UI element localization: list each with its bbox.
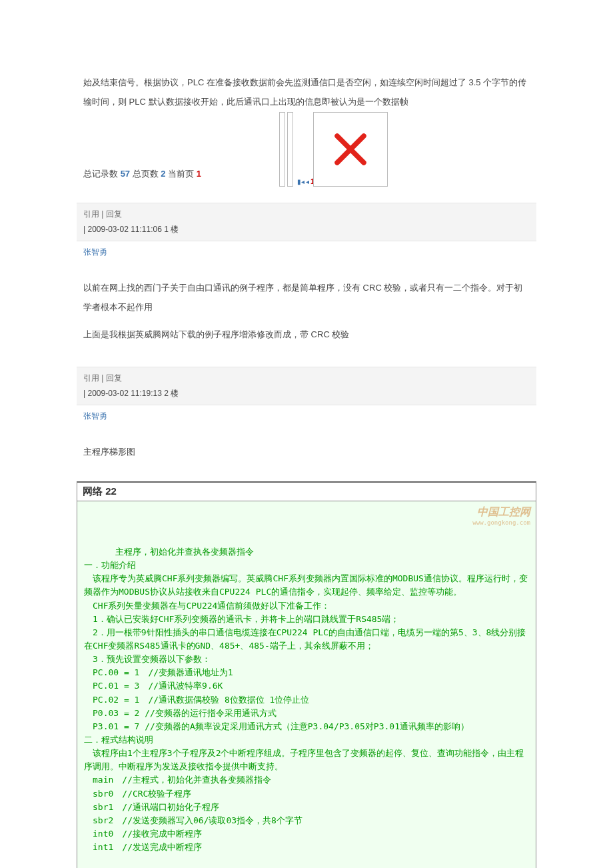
reply2-username[interactable]: 张智勇 [83,411,530,422]
broken-image-icon [330,129,370,169]
label-current: 当前页 [168,169,194,179]
reply1-floor: 1 楼 [162,225,179,234]
label-pages: 总页数 [133,169,159,179]
reply2-time: 2009-03-02 11:19:13 [87,389,161,398]
reply1-meta: 引用 | 回复 | 2009-03-02 11:11:06 1 楼 [77,203,536,241]
network-title: 网络 22 [77,483,536,501]
reply2-body: 主程序梯形图 [83,425,530,475]
quote-link[interactable]: 引用 [83,209,99,219]
reply1-time: 2009-03-02 11:11:06 [87,225,161,234]
current-page: 1 [197,169,201,179]
pagination-row: 总记录数 57 总页数 2 当前页 1 ▮◂ ◂ 1 2 ▸ ▸▮ [83,117,530,193]
watermark-url: www.gongkong.com [472,519,530,528]
pager-prev-button[interactable]: ◂ [306,178,309,185]
diagram-comment-text: 主程序，初始化并查执各变频器指令 一．功能介绍 该程序专为英威腾CHF系列变频器… [84,547,528,852]
pages-count: 2 [161,169,165,179]
reply2-meta: 引用 | 回复 | 2009-03-02 11:19:13 2 楼 [77,367,536,405]
pager-first-button[interactable]: ▮◂ [297,178,305,185]
reply1-body: 以前在网上找的西门子关于自由口通讯的例子程序，都是简单程序，没有 CRC 校验，… [83,261,530,357]
reply1-p1: 以前在网上找的西门子关于自由口通讯的例子程序，都是简单程序，没有 CRC 校验，… [83,279,530,317]
reply2-title: 主程序梯形图 [83,443,530,462]
quote-link-2[interactable]: 引用 [83,373,99,383]
reply1-p2: 上面是我根据英威腾网站下载的例子程序增添修改而成，带 CRC 校验 [83,325,530,345]
reply-link-2[interactable]: 回复 [106,373,122,383]
reply2-floor: 2 楼 [162,389,179,398]
reply-link[interactable]: 回复 [106,209,122,219]
label-records: 总记录数 [83,169,118,179]
ladder-diagram: 网络 22 中国工控网 www.gongkong.com 主程序，初始化并查执各… [77,481,536,868]
reply1-username[interactable]: 张智勇 [83,247,530,258]
diagram-comment: 中国工控网 www.gongkong.com 主程序，初始化并查执各变频器指令 … [77,501,536,868]
broken-image-placeholder [313,112,388,187]
sep-2: | [99,373,106,383]
records-count: 57 [121,169,130,179]
post-intro-text: 始及结束信号。根据协议，PLC 在准备接收数据前会先监测通信口是否空闲，如连续空… [83,73,530,111]
pager-thumb-mid [287,112,293,187]
record-info: 总记录数 57 总页数 2 当前页 1 [83,168,201,180]
sep: | [99,209,106,219]
pager-thumb-left [279,112,285,187]
